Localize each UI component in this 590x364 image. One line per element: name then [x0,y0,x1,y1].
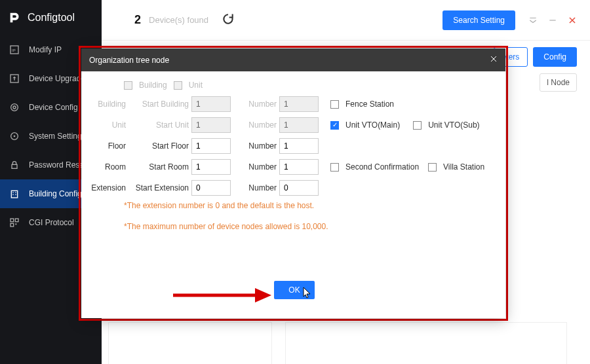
villa-station-checkbox[interactable] [428,163,437,172]
svg-point-6 [14,136,16,137]
modal-body: Building Unit Building Start Building Nu… [81,71,505,238]
node-chip[interactable]: l Node [540,73,577,92]
extension-label: Extension [88,183,126,192]
config-button[interactable]: Config [533,47,577,67]
extension-row: Extension Start Extension Number [88,180,499,196]
building-number-label: Number [244,100,277,109]
organization-modal: Organization tree node Building Unit Bui… [81,48,505,318]
room-label: Room [88,162,126,172]
start-building-label: Start Building [130,100,189,109]
svg-text:IP: IP [12,48,16,52]
floor-number-label: Number [244,141,277,151]
refresh-icon [222,12,235,26]
svg-rect-11 [12,194,13,195]
svg-rect-12 [15,194,16,195]
building-row: Building Start Building Number Fence Sta… [88,96,499,112]
floor-row: Floor Start Floor Number [88,138,499,154]
unit-checkbox[interactable] [174,81,182,90]
sidebar-item-label: Modify IP [29,45,62,54]
building-number-input[interactable] [279,96,319,112]
brand-label: Configtool [28,12,75,24]
svg-point-4 [11,104,18,111]
search-setting-button[interactable]: Search Setting [442,10,515,30]
modal-title: Organization tree node [89,56,169,65]
refresh-button[interactable] [222,12,235,28]
villa-station-label: Villa Station [443,162,484,172]
unit-vto-sub-checkbox[interactable] [413,121,422,130]
second-confirmation-checkbox[interactable] [330,163,339,172]
close-icon [490,55,498,63]
sidebar-item-label: Building Config [29,189,82,198]
left-panel [108,322,272,364]
room-number-input[interactable] [279,159,319,175]
svg-rect-7 [12,164,17,168]
ok-button[interactable]: OK [274,281,315,299]
minimize-icon[interactable] [548,16,557,25]
top-checks-row: Building Unit [124,81,499,90]
note-max-nodes: *The maximum number of device nodes allo… [124,222,499,231]
start-building-input[interactable] [191,96,231,112]
brand: Configtool [0,0,102,35]
modal-close-button[interactable] [490,55,498,65]
start-room-label: Start Room [130,162,189,172]
start-extension-input[interactable] [191,180,231,196]
start-unit-input[interactable] [191,117,231,133]
svg-rect-14 [15,219,18,222]
svg-rect-15 [10,223,14,227]
sidebar-item-label: System Settings [29,132,86,141]
device-count: 2 [134,13,141,27]
building-label: Building [88,100,126,109]
unit-label: Unit [88,120,126,130]
modal-header: Organization tree node [81,48,505,71]
annotation-arrow-icon [173,285,271,305]
close-icon[interactable] [568,16,577,25]
settings-icon [9,131,20,141]
unit-number-input[interactable] [279,117,319,133]
floor-label: Floor [88,141,126,151]
start-extension-label: Start Extension [130,183,189,192]
unit-vto-main-label: Unit VTO(Main) [345,120,400,130]
extension-number-label: Number [244,183,277,192]
svg-rect-16 [15,223,16,225]
sidebar-item-label: CGI Protocol [29,218,74,227]
right-panel [285,322,567,364]
dropdown-icon[interactable] [528,16,538,25]
sidebar-item-label: Password Reset [29,160,86,170]
unit-vto-main-checkbox[interactable] [330,121,339,130]
topbar: 2 Device(s) found Search Setting [102,0,590,41]
building-cb-label: Building [139,81,167,90]
sidebar-item-label: Device Config [29,103,78,112]
logo-icon [8,10,22,25]
qr-icon [9,217,20,228]
ip-icon: IP [9,45,20,55]
start-room-input[interactable] [191,159,231,175]
start-floor-label: Start Floor [130,141,189,151]
building-checkbox[interactable] [124,81,132,90]
room-number-label: Number [244,162,277,172]
room-row: Room Start Room Number Second Confirmati… [88,159,499,175]
unit-vto-sub-label: Unit VTO(Sub) [428,120,479,130]
unit-number-label: Number [244,120,277,130]
sidebar-item-label: Device Upgrade [29,74,85,83]
upgrade-icon [9,73,20,84]
svg-rect-13 [10,219,14,222]
start-unit-label: Start Unit [130,120,189,130]
extension-number-input[interactable] [279,180,319,196]
floor-number-input[interactable] [279,138,319,154]
fence-station-label: Fence Station [345,100,394,109]
gear-icon [9,102,20,113]
fence-station-checkbox[interactable] [330,100,339,109]
unit-row: Unit Start Unit Number Unit VTO(Main) Un… [88,117,499,133]
top-actions [528,16,577,25]
start-floor-input[interactable] [191,138,231,154]
second-confirmation-label: Second Confirmation [345,162,419,172]
building-icon [9,189,20,199]
svg-rect-8 [11,191,17,198]
svg-point-3 [13,106,16,109]
unit-cb-label: Unit [189,81,203,90]
svg-marker-23 [255,288,271,302]
svg-rect-10 [15,192,16,192]
lock-icon [9,160,20,170]
note-extension: *The extension number is 0 and the defau… [124,201,499,210]
svg-rect-9 [12,192,13,192]
